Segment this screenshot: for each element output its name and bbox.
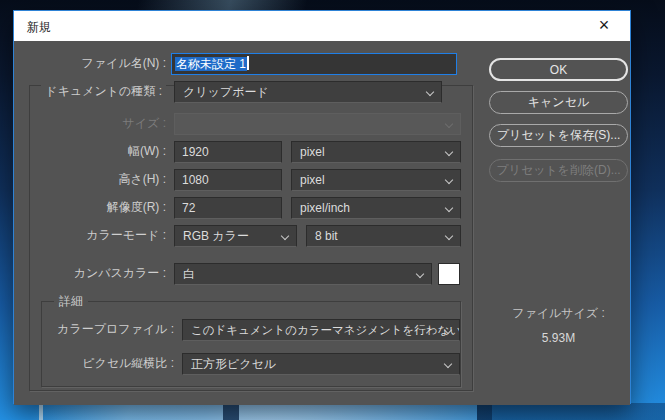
canvas-color-row: カンバスカラー : 白: [14, 263, 630, 285]
chevron-down-icon: [445, 120, 453, 128]
bit-depth-select[interactable]: 8 bit: [306, 225, 461, 247]
dialog-title: 新規: [27, 19, 51, 36]
width-unit-value: pixel: [300, 145, 325, 159]
ok-button[interactable]: OK: [489, 58, 628, 81]
delete-preset-button: プリセットを削除(D)...: [489, 159, 628, 182]
width-input[interactable]: [174, 141, 282, 163]
color-mode-select[interactable]: RGB カラー: [174, 225, 297, 247]
canvas-color-swatch[interactable]: [438, 263, 460, 285]
bit-depth-value: 8 bit: [315, 229, 338, 243]
canvas-color-label: カンバスカラー :: [14, 263, 166, 284]
height-unit-select[interactable]: pixel: [291, 169, 461, 191]
dialog-body: ファイル名(N) : 名称未設定 1 ドキュメントの種類 : クリップボード サ…: [14, 41, 630, 405]
new-document-dialog: 新規 × ファイル名(N) : 名称未設定 1 ドキュメントの種類 : クリップ…: [13, 10, 631, 404]
resolution-unit-value: pixel/inch: [300, 201, 350, 215]
width-label: 幅(W) :: [14, 141, 166, 162]
size-label: サイズ :: [14, 113, 166, 134]
file-name-input[interactable]: 名称未設定 1: [171, 53, 457, 75]
pixel-aspect-ratio-select[interactable]: 正方形ピクセル: [182, 353, 460, 375]
color-mode-label: カラーモード :: [14, 225, 166, 246]
chevron-down-icon: [426, 88, 434, 96]
width-unit-select[interactable]: pixel: [291, 141, 461, 163]
file-name-selected-text: 名称未設定 1: [175, 57, 247, 71]
pixel-aspect-ratio-row: ピクセル縦横比 : 正方形ピクセル: [14, 353, 630, 375]
save-preset-button[interactable]: プリセットを保存(S)...: [489, 124, 628, 147]
resolution-unit-select[interactable]: pixel/inch: [291, 197, 461, 219]
chevron-down-icon: [445, 232, 453, 240]
color-profile-value: このドキュメントのカラーマネジメントを行わない: [191, 324, 460, 336]
document-type-select[interactable]: クリップボード: [174, 81, 442, 103]
chevron-down-icon: [444, 360, 452, 368]
chevron-down-icon: [281, 232, 289, 240]
document-type-value: クリップボード: [183, 85, 269, 99]
resolution-label: 解像度(R) :: [14, 197, 166, 218]
size-select: [174, 113, 461, 135]
close-icon[interactable]: ×: [584, 11, 624, 41]
height-unit-value: pixel: [300, 173, 325, 187]
resolution-row: 解像度(R) : pixel/inch: [14, 197, 630, 219]
document-type-label: ドキュメントの種類 :: [14, 81, 166, 102]
color-mode-row: カラーモード : RGB カラー 8 bit: [14, 225, 630, 247]
color-profile-select[interactable]: このドキュメントのカラーマネジメントを行わない: [182, 319, 460, 341]
chevron-down-icon: [445, 148, 453, 156]
dialog-titlebar[interactable]: 新規 ×: [14, 11, 630, 41]
pixel-aspect-ratio-label: ピクセル縦横比 :: [14, 353, 174, 374]
file-size-value: 5.93M: [489, 331, 628, 345]
file-name-label: ファイル名(N) :: [14, 53, 166, 74]
color-mode-value: RGB カラー: [183, 229, 249, 243]
color-profile-label: カラープロファイル :: [14, 319, 174, 340]
advanced-group-label: 詳細: [54, 293, 88, 310]
canvas-color-value: 白: [183, 267, 195, 281]
chevron-down-icon: [445, 204, 453, 212]
text-caret: [247, 56, 249, 70]
chevron-down-icon: [445, 176, 453, 184]
file-size-label: ファイルサイズ :: [489, 305, 628, 322]
canvas-color-select[interactable]: 白: [174, 263, 432, 285]
file-size-block: ファイルサイズ : 5.93M: [489, 305, 628, 345]
height-input[interactable]: [174, 169, 282, 191]
cancel-button[interactable]: キャンセル: [489, 91, 628, 114]
wallpaper-window-panes: [0, 403, 665, 420]
resolution-input[interactable]: [174, 197, 282, 219]
height-label: 高さ(H) :: [14, 169, 166, 190]
pixel-aspect-ratio-value: 正方形ピクセル: [191, 357, 276, 371]
chevron-down-icon: [416, 270, 424, 278]
